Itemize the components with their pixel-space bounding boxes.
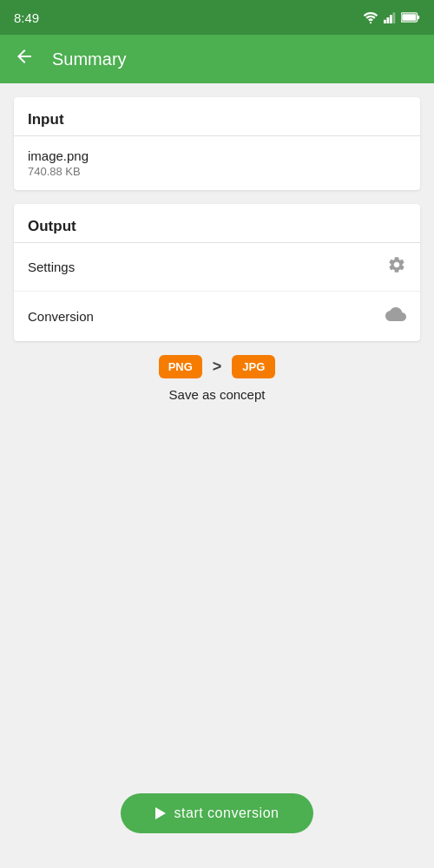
svg-rect-6 [402, 14, 416, 21]
main-content: Input image.png 740.88 KB Output Setting… [0, 83, 434, 868]
wifi-icon [363, 11, 378, 23]
signal-icon [384, 11, 396, 23]
svg-rect-7 [418, 16, 420, 19]
output-card-header: Output [14, 204, 420, 243]
svg-rect-4 [393, 12, 396, 23]
play-icon [155, 807, 166, 819]
conversion-area: PNG > JPG [14, 355, 420, 378]
file-size: 740.88 KB [28, 165, 89, 178]
conversion-label: Conversion [28, 309, 94, 324]
from-format-badge: PNG [159, 355, 202, 378]
svg-rect-3 [390, 15, 392, 23]
file-info: image.png 740.88 KB [28, 148, 89, 178]
status-bar: 8:49 [0, 0, 434, 35]
save-concept-area[interactable]: Save as concept [14, 387, 420, 403]
back-button[interactable] [14, 46, 35, 72]
output-card: Output Settings Conversion [14, 204, 420, 341]
start-conversion-label: start conversion [174, 806, 279, 821]
page-title: Summary [52, 49, 127, 69]
svg-point-0 [370, 22, 372, 23]
start-conversion-button[interactable]: start conversion [121, 793, 314, 833]
app-bar: Summary [0, 35, 434, 83]
gear-icon [387, 255, 406, 279]
input-card-header: Input [14, 97, 420, 136]
input-file-row: image.png 740.88 KB [14, 136, 420, 190]
save-concept-label[interactable]: Save as concept [169, 387, 266, 402]
svg-rect-1 [384, 20, 386, 23]
status-time: 8:49 [14, 10, 39, 25]
output-header-label: Output [28, 218, 76, 234]
status-icons [363, 11, 420, 23]
cloud-icon [385, 304, 406, 329]
conversion-row[interactable]: Conversion [14, 292, 420, 341]
settings-row[interactable]: Settings [14, 243, 420, 292]
input-header-label: Input [28, 111, 64, 128]
input-card: Input image.png 740.88 KB [14, 97, 420, 190]
svg-rect-2 [387, 17, 390, 23]
conversion-arrow: > [213, 358, 222, 376]
settings-label: Settings [28, 260, 75, 274]
to-format-badge: JPG [232, 355, 275, 378]
battery-icon [401, 12, 420, 23]
start-btn-container: start conversion [0, 793, 434, 833]
file-name: image.png [28, 148, 89, 163]
